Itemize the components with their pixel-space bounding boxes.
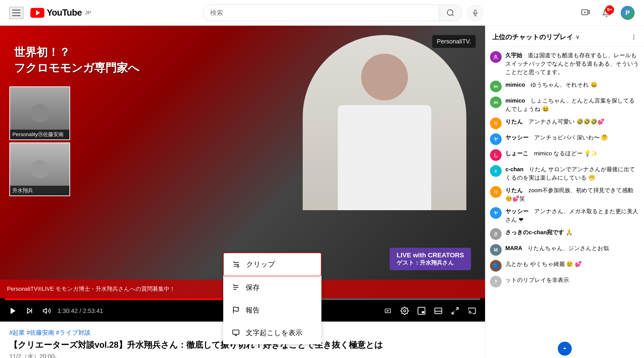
chat-username: さっきのc-chan宛です 🙏	[506, 229, 573, 235]
chat-avatar: c	[490, 165, 502, 177]
chat-avatar: ヤ	[490, 207, 502, 219]
settings-button[interactable]	[398, 305, 411, 317]
chat-message-text: アンナさん可愛い 🤣🤣🤣💕	[528, 118, 604, 125]
chat-message: 久久宇始 道は国道でも酷道も存在するし、レールもスイッチバックでなんとか登る道も…	[490, 51, 639, 76]
voice-search-button[interactable]	[467, 5, 484, 21]
chat-avatar: M	[490, 244, 502, 256]
chat-message-text: りたんちゃん、ジンさんとお似	[528, 245, 609, 251]
cast-button[interactable]	[466, 305, 478, 317]
youtube-region-label: JP	[85, 10, 91, 16]
transcript-icon	[232, 329, 240, 337]
person-thumbnail-1: PersonalityⓇ佐藤安南	[9, 86, 70, 140]
save-icon	[232, 283, 240, 292]
chat-avatar: m	[490, 80, 502, 92]
video-section: 世界初！？ フクロモモンガ専門家へ PersonaliTV. Personali…	[0, 26, 485, 358]
chat-message: ヤヤッシー アンチョビパパ 深いわ〜 🤔	[490, 133, 639, 145]
context-menu-item-transcript[interactable]: 文字起こしを表示	[223, 322, 322, 344]
video-overlay-text: 世界初！？ フクロモモンガ専門家へ	[14, 44, 139, 76]
logo-area[interactable]: YouTubeJP	[30, 8, 91, 18]
transcript-label: 文字起こしを表示	[246, 328, 302, 338]
chat-username: りたん	[506, 118, 528, 125]
brand-logo: PersonaliTV.	[432, 35, 476, 48]
youtube-logo-icon	[30, 8, 44, 18]
fullscreen-button[interactable]	[449, 305, 461, 317]
youtube-wordmark: YouTube	[47, 8, 82, 18]
person2-label: 升水翔兵	[10, 186, 70, 195]
context-menu: クリップ 保存	[223, 253, 322, 344]
chat-username: りたん	[506, 187, 528, 193]
chat-message: 🔵儿とかも やくちゃ綺麗 😢 💕	[490, 260, 639, 272]
svg-marker-11	[28, 309, 31, 313]
svg-line-3	[452, 14, 454, 16]
subtitle-button[interactable]	[382, 306, 394, 316]
chat-message-content: しょーこ mimico なるほどー 💡✨	[506, 149, 639, 158]
report-label: 報告	[246, 306, 260, 315]
svg-point-17	[404, 310, 406, 312]
report-icon	[232, 306, 240, 314]
chat-message: ?ットのリプレイを非表示	[490, 276, 639, 288]
chat-message: りりたん zoom不参加民族、初めて拝見できて感動 🥺💕笑	[490, 186, 639, 203]
clip-label: クリップ	[246, 260, 275, 269]
notifications-button[interactable]: 9+	[600, 6, 614, 20]
svg-rect-45	[233, 330, 239, 335]
chat-avatar: り	[490, 186, 502, 198]
chat-message: MMARA りたんちゃん、ジンさんとお似	[490, 244, 639, 256]
video-date: 11/2（水）20:00-	[9, 353, 476, 358]
scroll-to-bottom-button[interactable]	[558, 342, 572, 356]
chat-avatar: ヤ	[490, 133, 502, 145]
next-button[interactable]	[24, 305, 36, 317]
chat-message: ヤヤッシー アンナさん、メガネ取るとまた更に美人さん ❤	[490, 207, 639, 224]
chat-message: mmimico ゆうちゃん、それそれ 😄	[490, 80, 639, 92]
chevron-down-icon[interactable]: ∨	[576, 34, 580, 40]
context-menu-item-save[interactable]: 保存	[223, 276, 322, 299]
header-center	[203, 5, 484, 21]
chat-username: MARA	[506, 245, 528, 251]
chat-avatar: さ	[490, 228, 502, 240]
volume-button[interactable]	[41, 305, 53, 317]
chat-avatar: り	[490, 117, 502, 129]
main-content: 世界初！？ フクロモモンガ専門家へ PersonaliTV. Personali…	[0, 26, 644, 358]
chat-messages-list: 久久宇始 道は国道でも酷道も存在するし、レールもスイッチバックでなんとか登る道も…	[485, 46, 644, 342]
chat-username: しょーこ	[506, 150, 534, 156]
context-menu-item-clip[interactable]: クリップ	[223, 253, 322, 276]
chat-avatar: 🔵	[490, 260, 502, 272]
notification-count: 9+	[605, 5, 614, 14]
chat-message-content: ヤッシー アンチョビパパ 深いわ〜 🤔	[506, 133, 639, 142]
chat-username: ヤッシー	[506, 208, 534, 214]
live-badge: LIVE with CREATORS ゲスト：升水翔兵さん	[390, 248, 471, 270]
theater-mode-button[interactable]	[432, 305, 444, 317]
person-thumbnail-2: 升水翔兵	[9, 142, 70, 196]
chat-message-content: MARA りたんちゃん、ジンさんとお似	[506, 244, 639, 252]
svg-rect-4	[474, 10, 476, 13]
svg-marker-10	[11, 308, 16, 314]
chat-message-text: アンチョビパパ 深いわ〜 🤔	[534, 134, 608, 141]
chat-message-content: りたん アンナさん可愛い 🤣🤣🤣💕	[506, 117, 639, 126]
save-label: 保存	[246, 283, 260, 292]
chat-username: c-chan	[506, 166, 529, 172]
search-input[interactable]	[203, 9, 439, 16]
chat-message-text: mimico なるほどー 💡✨	[534, 150, 598, 156]
header-left: YouTubeJP	[9, 7, 122, 19]
chat-message-content: mimico しょこちゃん、とんとん言葉を探してるんでしょうね 😆	[506, 96, 639, 113]
user-avatar[interactable]: P	[620, 6, 635, 20]
search-button[interactable]	[439, 5, 462, 21]
menu-button[interactable]	[9, 7, 24, 19]
progress-fill	[5, 298, 257, 300]
svg-point-37	[237, 265, 239, 267]
chat-message-text: 儿とかも やくちゃ綺麗 😢 💕	[506, 261, 582, 267]
create-button[interactable]	[578, 6, 592, 20]
chat-options-button[interactable]	[630, 34, 637, 40]
chat-avatar: m	[490, 96, 502, 108]
video-and-meta: 世界初！？ フクロモモンガ専門家へ PersonaliTV. Personali…	[0, 26, 485, 358]
miniplayer-button[interactable]	[416, 305, 428, 317]
chat-message-content: c-chan りたん サロンでアンナさんが最後に出てくるのを実は楽しみにしている…	[506, 165, 639, 182]
header-right: 9+ P	[564, 6, 635, 20]
chat-avatar: 久	[490, 51, 502, 63]
chat-avatar: し	[490, 149, 502, 161]
chat-username: mimico	[506, 81, 531, 88]
svg-point-48	[633, 35, 634, 36]
context-menu-item-report[interactable]: 報告	[223, 299, 322, 322]
chat-message-content: mimico ゆうちゃん、それそれ 😄	[506, 80, 639, 89]
play-button[interactable]	[7, 305, 19, 317]
time-display: 1:30:42 / 2:53:41	[58, 307, 103, 315]
